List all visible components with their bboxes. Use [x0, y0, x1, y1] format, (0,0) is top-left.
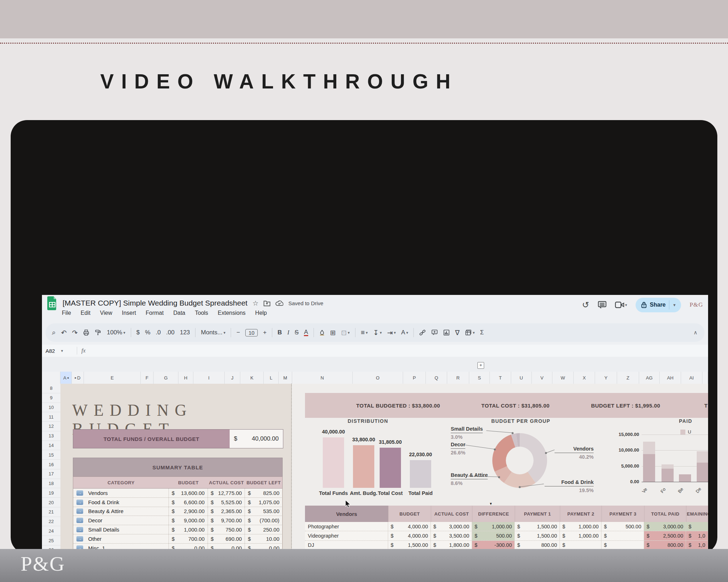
vendors-header-remaining[interactable]: REMAINING — [686, 506, 708, 522]
search-icon[interactable]: ⌕ — [52, 329, 56, 336]
vendor-p2-cell[interactable]: $ — [560, 541, 601, 550]
menu-insert[interactable]: Insert — [122, 310, 136, 316]
column-header-N[interactable]: N — [292, 372, 353, 384]
column-header-J[interactable]: J — [225, 372, 240, 384]
column-header-AH[interactable]: AH — [660, 372, 681, 384]
move-folder-icon[interactable] — [263, 300, 271, 306]
font-size-input[interactable]: 10 — [245, 329, 258, 336]
row-header-19[interactable]: 19 — [42, 488, 60, 498]
go-to-arrow-icon[interactable]: → — [76, 500, 83, 505]
column-header-K[interactable]: K — [240, 372, 264, 384]
toolbar-collapse-icon[interactable]: ∧ — [694, 329, 697, 336]
summary-category-cell[interactable]: →Food & Drink — [73, 498, 169, 507]
font-family-select[interactable]: Monts...▾ — [201, 329, 225, 336]
row-header-8[interactable]: 8 — [42, 384, 60, 393]
banner-item[interactable]: TOTAL BUDGETED : $33,800.00 — [356, 393, 440, 418]
row-header-13[interactable]: 13 — [42, 431, 60, 441]
vendor-row[interactable]: Videographer$4,000.00$3,500.00$500.00$1,… — [305, 531, 708, 540]
column-header-R[interactable]: R — [447, 372, 469, 384]
column-header-blank[interactable] — [42, 372, 60, 384]
decrease-font-size-icon[interactable]: − — [236, 329, 240, 336]
insert-link-icon[interactable] — [419, 329, 426, 336]
summary-left-cell[interactable]: $1,075.00 — [245, 498, 282, 507]
insert-comment-icon[interactable] — [431, 329, 438, 336]
column-header-D[interactable]: ▸D — [72, 372, 84, 384]
vendor-actual-cell[interactable]: $3,500.00 — [431, 531, 472, 540]
total-funds-row[interactable]: TOTAL FUNDS / OVERALL BUDGET $ 40,000.00 — [73, 429, 283, 448]
filter-icon[interactable]: ∇ — [455, 329, 460, 337]
banner-item[interactable]: BUDGET LEFT : $1,995.00 — [591, 393, 660, 418]
row-header-10[interactable]: 10 — [42, 403, 60, 413]
vendor-paid-cell[interactable]: $3,000.00 — [644, 522, 686, 531]
summary-row[interactable]: →Decor$9,000.00$9,700.00$(700.00) — [73, 516, 283, 525]
summary-category-cell[interactable]: →Beauty & Attire — [73, 507, 169, 516]
summary-actual-cell[interactable]: $750.00 — [208, 525, 245, 534]
summary-category-cell[interactable]: →Other — [73, 534, 169, 543]
row-header-18[interactable]: 18 — [42, 479, 60, 489]
percent-format-icon[interactable]: % — [145, 329, 150, 336]
column-header-U[interactable]: U — [511, 372, 532, 384]
menu-edit[interactable]: Edit — [81, 310, 91, 316]
row-header-11[interactable]: 11 — [42, 412, 60, 422]
summary-budget-cell[interactable]: $700.00 — [169, 534, 208, 543]
merge-cells-icon[interactable]: ⊡▾ — [341, 329, 349, 337]
row-header-25[interactable]: 25 — [42, 536, 60, 545]
summary-left-cell[interactable]: $(700.00) — [245, 516, 282, 525]
column-header-V[interactable]: V — [532, 372, 552, 384]
row-header-9[interactable]: 9 — [42, 393, 60, 403]
summary-left-cell[interactable]: $825.00 — [245, 489, 282, 497]
vendor-p3-cell[interactable]: $ — [601, 541, 644, 550]
horizontal-align-icon[interactable]: ≡▾ — [361, 329, 368, 336]
name-box[interactable]: A82▾ — [42, 348, 73, 354]
row-header-21[interactable]: 21 — [42, 507, 60, 517]
vendor-diff-cell[interactable]: $500.00 — [472, 531, 515, 540]
column-header-S[interactable]: S — [469, 372, 490, 384]
version-history-icon[interactable]: ↺ — [582, 300, 589, 310]
increase-decimal-icon[interactable]: .00 — [166, 329, 175, 336]
expand-hidden-columns-button[interactable]: + — [477, 362, 484, 369]
row-header-15[interactable]: 15 — [42, 450, 60, 460]
vendor-name-cell[interactable]: Photographer — [305, 522, 388, 531]
summary-row[interactable]: →Food & Drink$6,600.00$5,525.00$1,075.00 — [73, 498, 283, 507]
text-wrap-icon[interactable]: ⇥▾ — [387, 329, 396, 337]
row-header-14[interactable]: 14 — [42, 441, 60, 451]
column-header-Z[interactable]: Z — [617, 372, 639, 384]
vendor-diff-cell[interactable]: $-300.00 — [472, 541, 515, 550]
summary-actual-cell[interactable]: $5,525.00 — [208, 498, 245, 507]
column-header-F[interactable]: F — [141, 372, 154, 384]
vendor-budget-cell[interactable]: $4,000.00 — [388, 531, 431, 540]
vendor-actual-cell[interactable]: $1,800.00 — [431, 541, 472, 550]
column-header-X[interactable]: X — [574, 372, 595, 384]
summary-row[interactable]: →Vendors$13,600.00$12,775.00$825.00 — [73, 489, 283, 498]
column-header-W[interactable]: W — [552, 372, 574, 384]
menu-extensions[interactable]: Extensions — [218, 310, 246, 316]
document-title[interactable]: [MASTER COPY] Simple Wedding Budget Spre… — [63, 299, 247, 307]
vendor-p1-cell[interactable]: $1,500.00 — [515, 522, 560, 531]
italic-icon[interactable]: I — [287, 329, 289, 336]
summary-budget-cell[interactable]: $6,600.00 — [169, 498, 208, 507]
column-header-G[interactable]: G — [154, 372, 178, 384]
column-header-L[interactable]: L — [264, 372, 279, 384]
summary-row[interactable]: →Other$700.00$690.00$10.00 — [73, 534, 283, 544]
vendors-header-difference[interactable]: DIFFERENCE — [472, 506, 515, 522]
summary-category-cell[interactable]: →Vendors — [73, 489, 169, 497]
summary-row[interactable]: →Small Details$1,000.00$750.00$250.00 — [73, 525, 283, 534]
vendors-header-payment-3[interactable]: PAYMENT 3 — [601, 506, 644, 522]
vendors-header-total-paid[interactable]: TOTAL PAID — [644, 506, 686, 522]
summary-row[interactable]: →Beauty & Attire$2,900.00$2,365.00$535.0… — [73, 507, 283, 516]
summary-left-cell[interactable]: $535.00 — [245, 507, 282, 516]
menu-data[interactable]: Data — [173, 310, 185, 316]
vendor-p2-cell[interactable]: $1,000.00 — [560, 522, 601, 531]
borders-icon[interactable]: ⊞ — [330, 329, 336, 337]
summary-budget-cell[interactable]: $2,900.00 — [169, 507, 208, 516]
summary-budget-cell[interactable]: $1,000.00 — [169, 525, 208, 534]
text-rotation-icon[interactable]: A▾ — [401, 329, 408, 336]
column-header-AI[interactable]: AI — [681, 372, 702, 384]
go-to-arrow-icon[interactable]: → — [76, 536, 83, 541]
column-header-T[interactable]: T — [490, 372, 511, 384]
menu-tools[interactable]: Tools — [195, 310, 208, 316]
vendor-rem-cell[interactable]: $1,0 — [686, 531, 708, 540]
vendor-name-cell[interactable]: DJ — [305, 541, 388, 550]
strikethrough-icon[interactable]: S — [295, 329, 299, 336]
functions-icon[interactable]: Σ — [480, 329, 484, 336]
